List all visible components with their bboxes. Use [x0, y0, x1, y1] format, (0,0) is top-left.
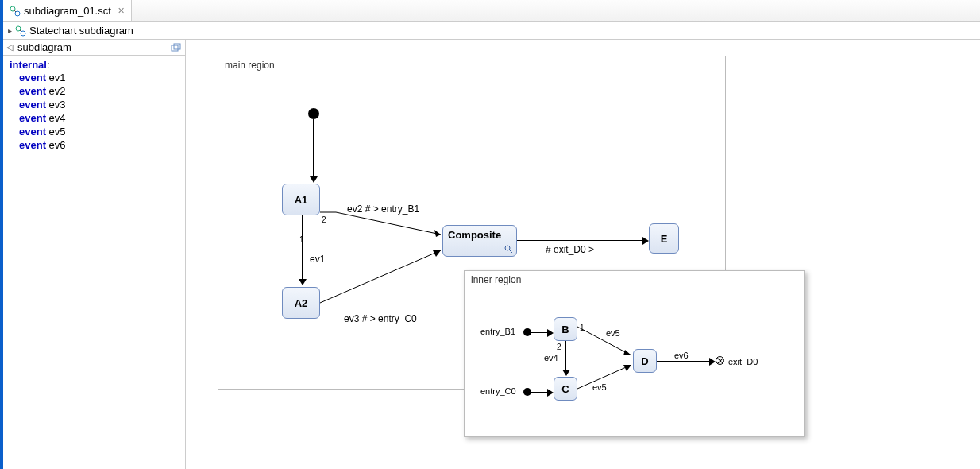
- outline-sidebar: ◁ subdiagram internal: event ev1 event e…: [3, 40, 186, 469]
- transition-label: ev2 # > entry_B1: [347, 203, 419, 215]
- tab-title: subdiagram_01.sct: [24, 5, 111, 17]
- event-line: event ev3: [10, 98, 179, 111]
- exit-label: exit_D0: [728, 357, 758, 366]
- transition-label: ev1: [310, 254, 325, 265]
- transition-label: # exit_D0 >: [546, 244, 594, 255]
- arrowhead-icon: [547, 329, 554, 337]
- breadcrumb-label[interactable]: Statechart subdiagram: [29, 25, 133, 37]
- subdiagram-icon[interactable]: [504, 244, 513, 254]
- transition-label: ev5: [592, 382, 607, 392]
- diagram-canvas[interactable]: main region A1 2 1 ev1 A2 Composite: [186, 40, 980, 469]
- breadcrumb-expand-icon[interactable]: ▸: [8, 26, 12, 35]
- state-b[interactable]: B: [554, 317, 577, 341]
- transition-edge[interactable]: [531, 332, 549, 333]
- transition-edge[interactable]: [320, 247, 447, 307]
- svg-marker-18: [623, 365, 631, 371]
- definition-block[interactable]: internal: event ev1 event ev2 event ev3 …: [3, 56, 185, 155]
- arrowhead-icon: [562, 370, 570, 376]
- svg-line-2: [14, 10, 16, 12]
- restore-icon[interactable]: [171, 43, 182, 52]
- event-line: event ev5: [10, 125, 179, 138]
- svg-line-13: [320, 250, 441, 303]
- entry-point[interactable]: [523, 388, 531, 396]
- transition-edge[interactable]: [657, 361, 711, 362]
- inner-region[interactable]: inner region entry_B1 B 1 2 ev4 C entry_…: [464, 270, 805, 437]
- transition-edge[interactable]: [302, 215, 303, 279]
- svg-marker-12: [434, 230, 441, 237]
- entry-point[interactable]: [523, 328, 531, 336]
- port-number: 2: [557, 343, 561, 351]
- transition-edge[interactable]: [531, 392, 549, 393]
- tab-subdiagram-01[interactable]: subdiagram_01.sct ✕: [3, 0, 132, 21]
- transition-label: ev3 # > entry_C0: [344, 313, 417, 324]
- svg-line-11: [336, 212, 441, 234]
- arrowhead-icon: [299, 279, 307, 285]
- arrowhead-icon: [709, 358, 716, 366]
- state-d[interactable]: D: [633, 349, 657, 373]
- event-line: event ev2: [10, 84, 179, 98]
- svg-marker-14: [433, 250, 441, 257]
- transition-label: ev5: [606, 328, 620, 338]
- transition-label: ev6: [674, 351, 689, 360]
- breadcrumb: ▸ Statechart subdiagram: [3, 22, 980, 40]
- state-composite[interactable]: Composite: [442, 225, 517, 257]
- outline-header: ◁ subdiagram: [3, 40, 185, 56]
- port-number: 1: [580, 324, 585, 332]
- state-c[interactable]: C: [554, 377, 577, 401]
- event-line: event ev1: [10, 71, 179, 84]
- inner-region-label: inner region: [471, 274, 521, 285]
- state-e[interactable]: E: [649, 223, 679, 254]
- arrowhead-icon: [310, 176, 318, 183]
- editor-active-indicator: [0, 0, 3, 469]
- transition-edge[interactable]: [320, 212, 447, 241]
- initial-state[interactable]: [308, 108, 319, 119]
- svg-line-5: [20, 30, 21, 32]
- transition-edge[interactable]: [517, 240, 644, 241]
- transition-edge[interactable]: [565, 341, 566, 370]
- state-a2[interactable]: A2: [282, 287, 320, 319]
- arrowhead-icon: [547, 389, 554, 397]
- entry-label: entry_C0: [480, 386, 516, 396]
- close-icon[interactable]: ✕: [118, 6, 125, 16]
- entry-label: entry_B1: [480, 327, 515, 336]
- statechart-icon: [15, 25, 26, 37]
- state-a1[interactable]: A1: [282, 184, 320, 215]
- transition-label: ev4: [544, 353, 558, 362]
- svg-marker-16: [623, 350, 631, 355]
- svg-line-15: [577, 327, 631, 355]
- tab-bar: subdiagram_01.sct ✕: [3, 0, 980, 22]
- svg-line-9: [509, 250, 512, 253]
- transition-edge[interactable]: [577, 363, 637, 392]
- internal-line: internal:: [10, 59, 179, 71]
- main-region-label: main region: [225, 60, 275, 71]
- statechart-file-icon: [10, 6, 21, 17]
- transition-edge[interactable]: [313, 119, 314, 176]
- port-number: 2: [322, 215, 326, 224]
- exit-point[interactable]: [716, 356, 724, 365]
- outline-title: subdiagram: [13, 41, 171, 53]
- outline-back-icon[interactable]: ◁: [6, 42, 13, 52]
- event-line: event ev6: [10, 138, 179, 152]
- arrowhead-icon: [642, 237, 649, 245]
- event-line: event ev4: [10, 111, 179, 125]
- svg-rect-6: [172, 45, 178, 51]
- svg-rect-7: [174, 44, 180, 49]
